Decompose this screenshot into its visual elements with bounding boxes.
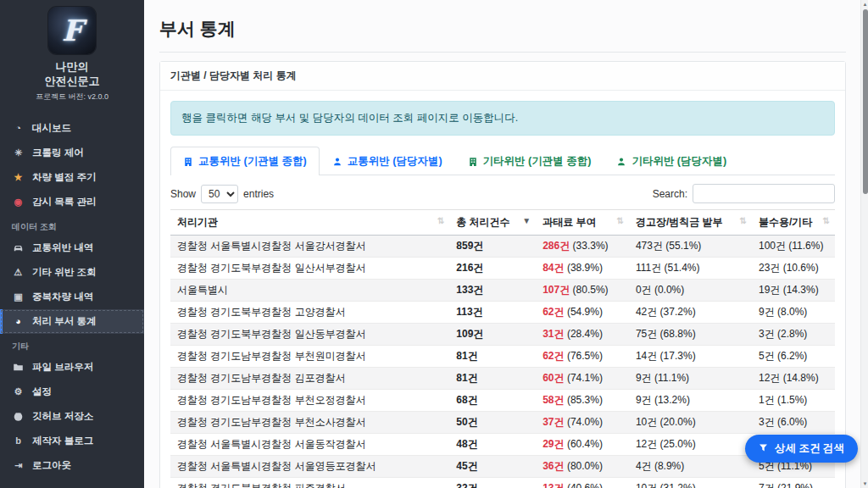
statistics-table: 처리기관⇅총 처리건수▼과태료 부여⇅경고장/범칙금 발부⇅불수용/기타⇅ 경찰…	[170, 209, 835, 488]
tab-label: 교통위반 (담당자별)	[348, 154, 442, 169]
gear-icon: ⚙	[12, 387, 25, 396]
table-row[interactable]: 경찰청 경기도북부경찰청 고양경찰서113건62건 (54.9%)42건 (37…	[170, 302, 835, 324]
column-header-label: 불수용/기타	[759, 216, 812, 228]
column-header-4[interactable]: 불수용/기타⇅	[752, 210, 835, 236]
sidebar-item-github[interactable]: 깃허브 저장소	[0, 404, 144, 429]
column-header-1[interactable]: 총 처리건수▼	[449, 210, 536, 236]
column-header-2[interactable]: 과태료 부여⇅	[536, 210, 629, 236]
nav-section-header: 데이터 조회	[0, 214, 144, 236]
table-row[interactable]: 경찰청 경기도남부경찰청 부천소사경찰서50건37건 (74.0%)10건 (2…	[170, 412, 835, 434]
fine-cell: 58건 (85.3%)	[536, 390, 629, 412]
fine-cell: 37건 (74.0%)	[536, 412, 629, 434]
other-cell: 12건 (14.8%)	[752, 368, 835, 390]
warning-cell: 473건 (55.1%)	[629, 236, 752, 258]
filter-icon	[759, 443, 768, 455]
sidebar-item-pie-chart[interactable]: ◕처리 부서 통계	[0, 309, 144, 334]
watchlist-icon: ◉	[12, 197, 25, 207]
duplicate-icon: ▣	[12, 292, 25, 302]
total-cell: 113건	[449, 302, 536, 324]
agency-cell: 경찰청 경기도북부경찰청 파주경찰서	[170, 478, 449, 488]
column-header-label: 처리기관	[177, 216, 218, 228]
app-logo: F	[48, 7, 96, 54]
agency-cell: 서울특별시	[170, 280, 449, 302]
agency-cell: 경찰청 경기도북부경찰청 고양경찰서	[170, 302, 449, 324]
sidebar-item-folder[interactable]: 파일 브라우저	[0, 355, 144, 380]
sidebar-item-label: 처리 부서 통계	[32, 315, 96, 328]
table-row[interactable]: 경찰청 경기도북부경찰청 파주경찰서32건13건 (40.6%)10건 (31.…	[170, 478, 835, 488]
show-label: Show	[170, 188, 196, 200]
table-row[interactable]: 경찰청 서울특별시경찰청 서울영등포경찰서45건36건 (80.0%)4건 (8…	[170, 456, 835, 478]
scroll-up-icon[interactable]: ▲	[861, 2, 868, 7]
table-row[interactable]: 경찰청 서울특별시경찰청 서울동작경찰서48건29건 (60.4%)12건 (2…	[170, 434, 835, 456]
other-cell: 7건 (21.9%)	[752, 478, 835, 488]
star-icon: ★	[12, 173, 25, 182]
fine-cell: 62건 (54.9%)	[536, 302, 629, 324]
sidebar-item-warning[interactable]: ⚠기타 위반 조회	[0, 260, 144, 285]
column-header-label: 과태료 부여	[542, 216, 596, 228]
fine-cell: 29건 (60.4%)	[536, 434, 629, 456]
other-cell: 100건 (11.6%)	[752, 236, 835, 258]
sidebar-item-label: 제작자 블로그	[32, 435, 93, 447]
sidebar-item-watchlist[interactable]: ◉감시 목록 관리	[0, 190, 144, 214]
agency-cell: 경찰청 경기도남부경찰청 부천원미경찰서	[170, 346, 449, 368]
table-row[interactable]: 경찰청 경기도북부경찰청 일산동부경찰서109건31건 (28.4%)75건 (…	[170, 324, 835, 346]
total-cell: 859건	[449, 236, 536, 258]
title-divider	[159, 52, 846, 53]
sidebar-item-logout[interactable]: ⇥로그아웃	[0, 453, 144, 478]
sort-icon: ⇅	[437, 216, 444, 225]
sidebar-item-gear[interactable]: ⚙설정	[0, 380, 144, 404]
table-row[interactable]: 경찰청 경기도북부경찰청 일산서부경찰서216건84건 (38.9%)111건 …	[170, 258, 835, 280]
table-row[interactable]: 경찰청 서울특별시경찰청 서울강서경찰서859건286건 (33.3%)473건…	[170, 236, 835, 258]
advanced-search-button[interactable]: 상세 조건 검색	[745, 435, 858, 463]
agency-cell: 경찰청 경기도남부경찰청 김포경찰서	[170, 368, 449, 390]
warning-cell: 0건 (0.0%)	[629, 280, 752, 302]
table-row[interactable]: 경찰청 경기도남부경찰청 부천원미경찰서81건62건 (76.5%)14건 (1…	[170, 346, 835, 368]
fine-cell: 60건 (74.1%)	[536, 368, 629, 390]
table-row[interactable]: 경찰청 경기도남부경찰청 부천오정경찰서68건58건 (85.3%)9건 (13…	[170, 390, 835, 412]
app-version: 프로젝트 버전: v2.0.0	[0, 92, 144, 103]
folder-icon	[12, 362, 25, 373]
other-cell: 1건 (1.5%)	[752, 390, 835, 412]
person-icon	[616, 157, 626, 167]
vertical-scrollbar[interactable]: ▲ ▼	[860, 0, 868, 488]
main-content: 부서 통계 기관별 / 담당자별 처리 통계 행을 클릭하면 해당 부서 및 담…	[144, 0, 868, 488]
pie-chart-icon: ◕	[12, 317, 25, 326]
tab-2[interactable]: 기타위반 (기관별 종합)	[455, 147, 604, 175]
table-row[interactable]: 경찰청 경기도남부경찰청 김포경찰서81건60건 (74.1%)9건 (11.1…	[170, 368, 835, 390]
agency-cell: 경찰청 서울특별시경찰청 서울영등포경찰서	[170, 456, 449, 478]
sidebar-item-duplicate[interactable]: ▣중복차량 내역	[0, 285, 144, 309]
tab-3[interactable]: 기타위반 (담당자별)	[604, 147, 739, 175]
tab-1[interactable]: 교통위반 (담당자별)	[320, 147, 455, 175]
column-header-0[interactable]: 처리기관⇅	[170, 210, 449, 236]
card-body: 행을 클릭하면 해당 부서 및 담당자의 데이터 조회 페이지로 이동합니다. …	[160, 91, 845, 488]
total-cell: 133건	[449, 280, 536, 302]
sort-desc-icon: ▼	[522, 216, 531, 225]
column-header-3[interactable]: 경고장/범칙금 발부⇅	[629, 210, 752, 236]
sort-icon: ⇅	[617, 216, 624, 225]
sidebar-item-label: 파일 브라우저	[32, 361, 93, 374]
car-icon	[12, 242, 25, 253]
page-length-select[interactable]: 50	[201, 185, 238, 203]
search-input[interactable]	[693, 184, 835, 203]
sidebar-item-star[interactable]: ★차량 별점 주기	[0, 165, 144, 190]
other-cell: 3건 (2.8%)	[752, 324, 835, 346]
tab-0[interactable]: 교통위반 (기관별 종합)	[170, 147, 320, 175]
scrollbar-thumb[interactable]	[863, 9, 868, 194]
fine-cell: 107건 (80.5%)	[536, 280, 629, 302]
sidebar-item-label: 중복차량 내역	[32, 291, 93, 303]
warning-cell: 10건 (31.2%)	[629, 478, 752, 488]
logout-icon: ⇥	[12, 461, 25, 470]
agency-cell: 경찰청 경기도북부경찰청 일산동부경찰서	[170, 324, 449, 346]
agency-cell: 경찰청 경기도북부경찰청 일산서부경찰서	[170, 258, 449, 280]
agency-cell: 경찰청 경기도남부경찰청 부천소사경찰서	[170, 412, 449, 434]
table-row[interactable]: 서울특별시133건107건 (80.5%)0건 (0.0%)19건 (14.3%…	[170, 280, 835, 302]
sidebar-item-crawler[interactable]: ✳크롤링 제어	[0, 141, 144, 165]
scroll-down-icon[interactable]: ▼	[861, 481, 868, 486]
total-cell: 81건	[449, 368, 536, 390]
sidebar-item-blog[interactable]: b제작자 블로그	[0, 429, 144, 453]
logo-letter: F	[62, 14, 82, 47]
sidebar-item-car[interactable]: 교통위반 내역	[0, 236, 144, 260]
sidebar-item-dashboard[interactable]: ◔대시보드	[0, 116, 144, 141]
search-label: Search:	[653, 188, 687, 200]
info-alert: 행을 클릭하면 해당 부서 및 담당자의 데이터 조회 페이지로 이동합니다.	[170, 101, 835, 136]
